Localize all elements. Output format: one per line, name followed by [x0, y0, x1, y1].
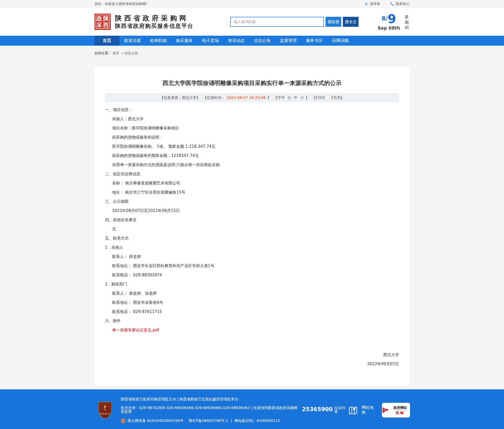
nav-item-home[interactable]: 首页: [94, 36, 119, 46]
police-beian-link[interactable]: 陕公网安备 61010402000339号: [128, 419, 183, 422]
search-area: 搜标题 搜全文: [230, 17, 359, 27]
body-line: 无: [105, 226, 399, 232]
footer-organizer-line: 陕西省财政厅政府采购管理处主办 | 陕西省财政厅信息化建设管理处承办: [121, 397, 348, 401]
body-line: 采购人：西北大学: [105, 116, 399, 122]
article-body: 一、项目信息： 采购人：西北大学 项目名称：医学院徐诵明雕像采购项目 拟采购的货…: [94, 102, 410, 367]
user-icon: [364, 2, 368, 6]
article-signature: 西北大学 2022年09月07日: [105, 352, 399, 367]
search-input[interactable]: [230, 17, 324, 27]
breadcrumb-separator: >: [121, 51, 124, 55]
sub-heading: 2．财政部门: [105, 281, 399, 287]
body-line: 拟采购的货物或服务的说明：: [105, 134, 399, 140]
party-government-emblem-icon: 党政机关: [98, 402, 112, 419]
icp-beian-link[interactable]: 陕ICP备06003708号-2: [189, 419, 228, 422]
date-english: Sep 08th: [377, 25, 400, 31]
site-header: 政 陕 采 西 陕西省政府采购网 陕西省政府购买服务信息平台 搜标题 搜全文 8…: [0, 8, 504, 36]
emblem-label: 党政机关: [100, 412, 110, 416]
police-badge-icon: [121, 418, 126, 423]
nav-item-policies[interactable]: 政策法规: [119, 36, 145, 46]
nav-item-supervision[interactable]: 监督管理: [275, 36, 301, 46]
article-card: 西北大学医学院徐诵明雕像采购项目采购实行单一来源采购方式的公示 【信息来源：西北…: [94, 67, 410, 385]
meta-time-prefix: 【信息时间：: [203, 96, 225, 100]
body-line: 名称： 南京舜睿景观雕塑艺术有限公司: [105, 180, 399, 186]
footer-beian-line: 陕公网安备 61010402000339号 陕ICP备06003708号-2 |…: [121, 418, 348, 423]
meta-fontsize-prefix: 【字号: [274, 96, 285, 100]
website-error-report-badge[interactable]: 政府网站 找错: [382, 403, 410, 417]
fontsize-large-button[interactable]: 大: [287, 96, 291, 100]
date-day-small: 8: [381, 15, 385, 22]
nav-item-old-site[interactable]: 旧网回顾: [327, 36, 353, 46]
signature-date: 2022年09月07日: [105, 361, 399, 367]
sitemap-icon: [348, 405, 358, 415]
section-heading: 五、联系方式: [105, 235, 399, 241]
breadcrumb: 你的位置： 首页 >信息公告: [94, 46, 410, 63]
body-line: 项目名称：医学院徐诵明雕像采购项目: [105, 125, 399, 131]
sitemap-link[interactable]: 网站地图: [348, 405, 377, 415]
body-line: 采用单一来源采购方式的原因及说明:只能从唯一供应商处采购: [105, 162, 399, 168]
footer-support-line: 技术支持：029-96702转6 029-68936469,029-689364…: [121, 406, 348, 413]
body-line: 地址： 南京市江宁区谷里街道聚缘路15号: [105, 189, 399, 195]
body-line: 联系地址： 西安市长安区郭杜教育科技产业区学府大道1号: [105, 263, 399, 269]
error-badge-line2: 找错: [396, 410, 405, 415]
top-utility-bar: 您好，欢迎进入陕西省政府采购网! 请登录 联系我们: [0, 0, 504, 8]
section-heading: 一、项目信息：: [105, 107, 399, 113]
visitor-counter: 25365900: [302, 407, 333, 412]
article-title: 西北大学医学院徐诵明雕像采购项目采购实行单一来源采购方式的公示: [94, 67, 410, 87]
date-widget: 8/9 Sep 08th 星期四: [377, 13, 410, 31]
meta-source: 【信息来源：西北大学】: [160, 96, 200, 100]
main-nav: 首页 政策法规 机构职能 购买服务 电子卖场 资讯动态 信息公告 监督管理 服务…: [0, 36, 504, 46]
login-link[interactable]: 请登录: [364, 2, 380, 6]
fontsize-medium-button[interactable]: 中: [294, 96, 298, 100]
body-line: 联系地址： 西安市冰窖巷6号: [105, 300, 399, 305]
article-meta-bar: 【信息来源：西北大学】 【信息时间：2022-09-07 16:23:06】 【…: [105, 93, 399, 102]
search-title-button[interactable]: 搜标题: [326, 17, 341, 27]
site-code-text: 网站标识码：6100000112: [234, 419, 280, 422]
section-heading: 六、附件: [105, 318, 399, 324]
contact-link[interactable]: 联系我们: [390, 2, 410, 6]
body-line: 联系电话： 029-87611715: [105, 309, 399, 315]
site-subtitle: 陕西省政府购买服务信息平台: [115, 23, 193, 30]
nav-item-e-market[interactable]: 电子卖场: [197, 36, 223, 46]
body-line: 联系电话： 029-88302974: [105, 272, 399, 278]
seal-char: 政: [97, 16, 102, 22]
body-line: 联系人： 柴老师、张老师: [105, 290, 399, 296]
footer-pipe: |: [231, 419, 232, 422]
attachment-pdf-link[interactable]: 单一来源专家论证意见.pdf: [112, 328, 159, 332]
nav-item-service-zone[interactable]: 服务专区: [301, 36, 327, 46]
section-heading: 二、拟定供应商信息: [105, 171, 399, 177]
nav-item-functions[interactable]: 机构职能: [145, 36, 171, 46]
body-line: 医学院徐诵明雕像采购、 1项、 预算金额 1,218,347.74元: [105, 144, 399, 149]
date-slash: /: [386, 15, 388, 22]
meta-time-suffix: 】: [267, 96, 271, 100]
body-line: 联系人： 薛老师: [105, 254, 399, 259]
site-title: 陕西省政府采购网: [115, 14, 193, 23]
sitemap-label: 网站地图: [362, 405, 377, 415]
print-button[interactable]: 【打印】: [312, 96, 327, 100]
nav-item-news[interactable]: 资讯动态: [223, 36, 249, 46]
date-day-big: 9: [388, 12, 396, 26]
site-footer: 党政机关 陕西省财政厅政府采购管理处主办 | 陕西省财政厅信息化建设管理处承办 …: [0, 389, 504, 429]
nav-item-purchase-services[interactable]: 购买服务: [171, 36, 197, 46]
seal-char: 西: [103, 22, 109, 28]
phone-icon: [390, 2, 394, 6]
seal-char: 陕: [103, 16, 109, 22]
logo-seal-icon: 政 陕 采 西: [94, 14, 111, 30]
breadcrumb-prefix: 你的位置：: [94, 51, 112, 55]
welcome-text: 您好，欢迎进入陕西省政府采购网!: [94, 2, 147, 6]
breadcrumb-current-link[interactable]: 信息公告: [124, 51, 138, 55]
search-fulltext-button[interactable]: 搜全文: [343, 17, 359, 27]
site-logo[interactable]: 政 陕 采 西 陕西省政府采购网 陕西省政府购买服务信息平台: [94, 14, 193, 30]
login-label: 请登录: [370, 2, 380, 6]
breadcrumb-home-link[interactable]: 首页: [113, 51, 119, 55]
close-button[interactable]: 【关闭】: [329, 96, 344, 100]
seal-char: 采: [97, 22, 102, 28]
error-report-logo-icon: [382, 406, 389, 414]
sub-heading: 1．采购人: [105, 245, 399, 250]
meta-time-value: 2022-09-07 16:23:06: [227, 96, 266, 100]
nav-item-announcements[interactable]: 信息公告: [249, 36, 275, 46]
date-weekday: 星期四: [405, 13, 410, 30]
signature-org: 西北大学: [105, 352, 399, 358]
body-line: 拟采购的货物或服务的预算金额：1218347.74元: [105, 153, 399, 158]
fontsize-small-button[interactable]: 小: [300, 96, 304, 100]
contact-label: 联系我们: [396, 2, 410, 6]
